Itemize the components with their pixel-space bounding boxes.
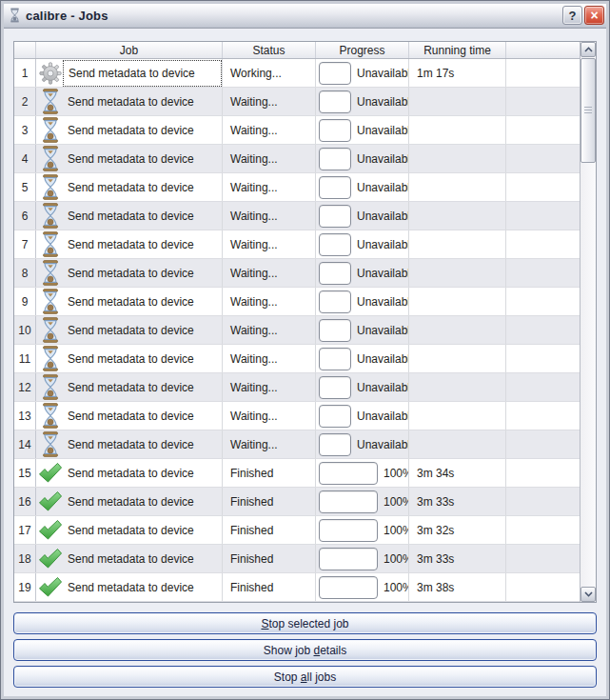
table-row[interactable]: 9 Send metadata to device Waiting... Una… xyxy=(14,288,580,316)
table-row[interactable]: 10 Send metadata to device Waiting... Un… xyxy=(14,316,580,345)
progress-cell: Unavailable xyxy=(316,59,409,87)
running-time-cell: 3m 34s xyxy=(409,459,506,487)
job-cell[interactable]: Send metadata to device xyxy=(36,545,223,572)
table-row[interactable]: 16 Send metadata to device Finished 100%… xyxy=(14,488,580,516)
scroll-up-button[interactable] xyxy=(580,42,596,57)
table-row[interactable]: 3 Send metadata to device Waiting... Una… xyxy=(14,116,580,145)
table-row[interactable]: 15 Send metadata to device Finished 100%… xyxy=(14,459,580,488)
hourglass-icon xyxy=(38,231,63,257)
job-cell[interactable]: Send metadata to device xyxy=(36,288,223,315)
status-cell: Waiting... xyxy=(223,373,316,401)
progress-bar xyxy=(319,462,378,485)
hourglass-icon xyxy=(38,203,63,229)
running-time-cell: 3m 38s xyxy=(409,573,506,601)
progress-bar xyxy=(319,376,351,399)
job-cell[interactable]: Send metadata to device xyxy=(36,345,223,372)
progress-label: 100% xyxy=(378,581,409,594)
table-row[interactable]: 19 Send metadata to device Finished 100%… xyxy=(14,573,580,602)
job-cell[interactable]: Send metadata to device xyxy=(36,173,223,201)
scroll-down-button[interactable] xyxy=(580,587,596,602)
hourglass-icon xyxy=(38,289,63,314)
status-text: Finished xyxy=(230,467,273,480)
progress-bar xyxy=(319,319,351,342)
job-cell[interactable]: Send metadata to device xyxy=(36,459,223,487)
empty-cell xyxy=(506,288,580,315)
running-time-cell xyxy=(409,173,506,201)
row-number: 12 xyxy=(14,373,36,401)
row-number: 3 xyxy=(14,116,36,144)
table-row[interactable]: 18 Send metadata to device Finished 100%… xyxy=(14,545,580,573)
job-cell[interactable]: Send metadata to device xyxy=(36,430,223,458)
table-row[interactable]: 17 Send metadata to device Finished 100%… xyxy=(14,516,580,545)
table-row[interactable]: 4 Send metadata to device Waiting... Una… xyxy=(14,145,580,173)
table-row[interactable]: 7 Send metadata to device Waiting... Una… xyxy=(14,230,580,259)
table-row[interactable]: 12 Send metadata to device Waiting... Un… xyxy=(14,373,580,402)
close-button[interactable]: × xyxy=(584,6,604,25)
help-button[interactable]: ? xyxy=(562,6,582,25)
job-cell[interactable]: Send metadata to device xyxy=(36,88,223,115)
status-cell: Working... xyxy=(223,59,316,87)
row-number: 5 xyxy=(14,173,36,201)
vertical-scrollbar[interactable] xyxy=(580,42,596,602)
running-time-cell: 3m 33s xyxy=(409,488,506,515)
header-job[interactable]: Job xyxy=(36,42,223,58)
status-cell: Waiting... xyxy=(223,230,316,258)
hourglass-icon xyxy=(38,174,63,200)
running-time: 3m 33s xyxy=(417,552,454,566)
job-title: Send metadata to device xyxy=(68,95,194,109)
empty-cell xyxy=(506,230,580,258)
jobs-table: Job Status Progress Running time 1 Send … xyxy=(13,41,597,603)
progress-label: Unavailable xyxy=(351,124,409,137)
progress-cell: 100% xyxy=(316,573,409,601)
header-status[interactable]: Status xyxy=(223,42,316,58)
job-cell[interactable]: Send metadata to device xyxy=(36,59,223,87)
header-running-time[interactable]: Running time xyxy=(409,42,506,58)
table-row[interactable]: 13 Send metadata to device Waiting... Un… xyxy=(14,402,580,430)
button-bar: Stop selected job Show job details Stop … xyxy=(13,612,597,688)
scrollbar-thumb[interactable] xyxy=(580,58,596,163)
table-row[interactable]: 1 Send metadata to device Working... Una… xyxy=(14,59,580,88)
check-icon xyxy=(38,548,63,570)
status-text: Waiting... xyxy=(230,124,278,137)
progress-label: Unavailable xyxy=(351,152,409,166)
progress-bar xyxy=(319,433,351,456)
job-title: Send metadata to device xyxy=(68,552,194,566)
job-cell[interactable]: Send metadata to device xyxy=(36,402,223,430)
table-row[interactable]: 8 Send metadata to device Waiting... Una… xyxy=(14,259,580,288)
table-row[interactable]: 6 Send metadata to device Waiting... Una… xyxy=(14,202,580,230)
header-corner xyxy=(14,42,36,58)
window-title: calibre - Jobs xyxy=(26,9,561,23)
job-title: Send metadata to device xyxy=(68,238,194,251)
job-cell[interactable]: Send metadata to device xyxy=(36,316,223,344)
row-number: 10 xyxy=(14,316,36,344)
status-text: Waiting... xyxy=(230,152,278,166)
row-number: 2 xyxy=(14,88,36,115)
header-progress[interactable]: Progress xyxy=(316,42,409,58)
table-row[interactable]: 5 Send metadata to device Waiting... Una… xyxy=(14,173,580,202)
empty-cell xyxy=(506,459,580,487)
job-cell[interactable]: Send metadata to device xyxy=(36,116,223,144)
job-cell[interactable]: Send metadata to device xyxy=(36,230,223,258)
job-cell[interactable]: Send metadata to device xyxy=(36,516,223,544)
job-cell[interactable]: Send metadata to device xyxy=(36,202,223,230)
job-title: Send metadata to device xyxy=(68,495,194,509)
stop-all-jobs-button[interactable]: Stop all jobs xyxy=(13,666,597,688)
table-row[interactable]: 11 Send metadata to device Waiting... Un… xyxy=(14,345,580,373)
table-row[interactable]: 14 Send metadata to device Waiting... Un… xyxy=(14,430,580,459)
status-cell: Waiting... xyxy=(223,430,316,458)
job-cell[interactable]: Send metadata to device xyxy=(36,573,223,601)
progress-cell: Unavailable xyxy=(316,116,409,144)
titlebar[interactable]: calibre - Jobs ? × xyxy=(4,4,606,29)
stop-selected-job-button[interactable]: Stop selected job xyxy=(13,612,597,634)
status-text: Waiting... xyxy=(230,295,278,309)
job-cell[interactable]: Send metadata to device xyxy=(36,488,223,515)
table-row[interactable]: 2 Send metadata to device Waiting... Una… xyxy=(14,88,580,116)
progress-bar xyxy=(319,205,351,228)
job-cell[interactable]: Send metadata to device xyxy=(36,373,223,401)
progress-cell: 100% xyxy=(316,516,409,544)
running-time: 3m 34s xyxy=(417,467,454,480)
show-job-details-button[interactable]: Show job details xyxy=(13,639,597,661)
job-cell[interactable]: Send metadata to device xyxy=(36,145,223,172)
running-time: 3m 33s xyxy=(417,495,454,509)
job-cell[interactable]: Send metadata to device xyxy=(36,259,223,287)
